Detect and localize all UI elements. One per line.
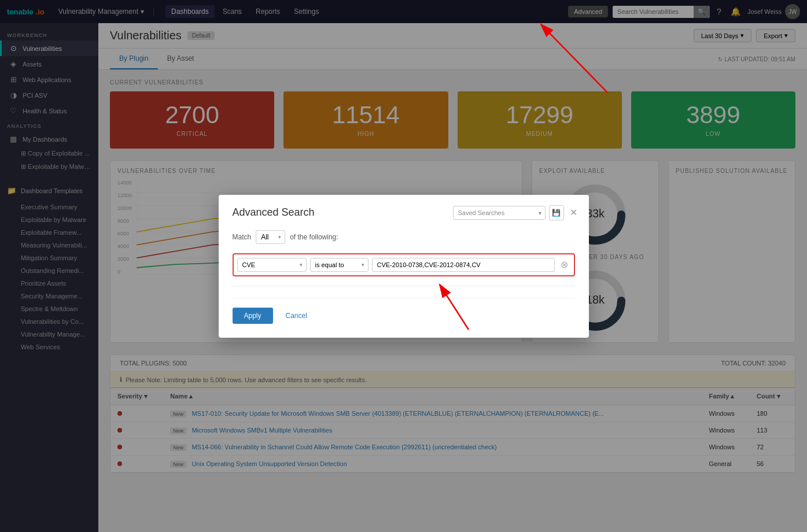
saved-searches-dropdown[interactable]: Saved Searches xyxy=(453,206,546,220)
filter-field-select[interactable]: CVE Plugin ID Severity Name Family xyxy=(237,258,307,272)
advanced-search-modal: Advanced Search Saved Searches 💾 ✕ Match… xyxy=(219,195,589,338)
modal-top-controls: Saved Searches 💾 ✕ xyxy=(453,205,580,220)
filter-operator-wrapper: is equal to is not equal to contains xyxy=(310,258,369,272)
match-prefix-label: Match xyxy=(233,233,252,241)
saved-searches-wrapper: Saved Searches xyxy=(453,206,546,220)
save-search-button[interactable]: 💾 xyxy=(549,205,564,220)
filter-row: CVE Plugin ID Severity Name Family is eq… xyxy=(233,253,575,276)
modal-overlay[interactable]: Advanced Search Saved Searches 💾 ✕ Match… xyxy=(0,0,807,532)
match-row: Match All Any of the following: xyxy=(233,230,575,244)
modal-close-button[interactable]: ✕ xyxy=(568,207,580,218)
apply-button[interactable]: Apply xyxy=(233,308,273,324)
filter-remove-button[interactable]: ⊗ xyxy=(558,259,570,270)
match-select-wrapper: All Any xyxy=(256,230,285,244)
modal-footer: Apply Cancel xyxy=(233,298,575,324)
filter-value-input[interactable] xyxy=(372,258,555,272)
cancel-button[interactable]: Cancel xyxy=(279,308,314,324)
match-suffix-label: of the following: xyxy=(290,233,338,241)
filter-operator-select[interactable]: is equal to is not equal to contains xyxy=(310,258,369,272)
match-select[interactable]: All Any xyxy=(256,230,285,244)
filter-field-wrapper: CVE Plugin ID Severity Name Family xyxy=(237,258,307,272)
